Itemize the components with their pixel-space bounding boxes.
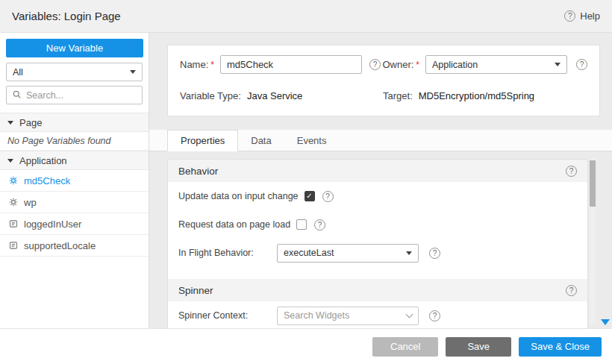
main-content: Name:* Owner:* Application Variable Type… <box>149 33 612 328</box>
tree-section-label: Application <box>19 155 67 166</box>
owner-label: Owner:* <box>382 59 419 70</box>
variable-type-value: Java Service <box>247 90 302 101</box>
help-icon[interactable] <box>566 285 577 296</box>
cancel-button[interactable]: Cancel <box>372 337 438 357</box>
new-variable-button[interactable]: New Variable <box>6 39 143 57</box>
chevron-down-icon <box>555 63 561 66</box>
caret-down-icon <box>7 159 13 163</box>
help-button[interactable]: Help <box>564 10 600 22</box>
required-marker: * <box>210 60 214 70</box>
help-label: Help <box>580 10 600 22</box>
model-variable-icon <box>9 219 18 228</box>
dialog-footer: Cancel Save Save & Close <box>0 328 612 364</box>
tree-section-label: Page <box>19 117 42 128</box>
update-data-label: Update data on input change <box>178 191 299 201</box>
help-icon[interactable] <box>369 59 381 70</box>
help-icon <box>564 10 575 22</box>
tab-bar: Properties Data Events <box>149 130 612 151</box>
owner-value: Application <box>432 60 478 70</box>
service-variable-icon <box>9 176 18 185</box>
variable-item-loggedInUser[interactable]: loggedInUser <box>0 213 149 235</box>
save-button[interactable]: Save <box>446 337 511 357</box>
model-variable-icon <box>9 241 18 250</box>
owner-select[interactable]: Application <box>425 55 567 74</box>
tab-data[interactable]: Data <box>238 130 284 151</box>
behavior-section-header: Behavior <box>168 160 587 182</box>
empty-page-variables-message: No Page Variables found <box>0 132 149 151</box>
request-data-label: Request data on page load <box>178 219 290 230</box>
variable-scope-value: All <box>13 67 23 78</box>
service-variable-icon <box>9 198 18 207</box>
dialog-header: Variables: Login Page Help <box>0 0 612 33</box>
variable-item-supportedLocale[interactable]: supportedLocale <box>0 235 149 257</box>
request-data-checkbox[interactable] <box>296 219 307 230</box>
search-icon <box>12 89 22 102</box>
variable-type-label: Variable Type: <box>180 90 241 101</box>
variable-item-wp[interactable]: wp <box>0 192 149 213</box>
target-label: Target: <box>383 90 413 101</box>
spinner-context-combobox[interactable]: Search Widgets <box>277 307 419 325</box>
save-and-close-button[interactable]: Save & Close <box>519 337 602 357</box>
properties-panel: Behavior Update data on input change Req… <box>167 159 588 328</box>
scroll-down-icon[interactable] <box>601 319 610 325</box>
spinner-context-placeholder: Search Widgets <box>284 310 349 321</box>
tab-properties[interactable]: Properties <box>167 130 238 151</box>
tab-events[interactable]: Events <box>284 130 340 151</box>
tree-section-page[interactable]: Page <box>0 113 149 132</box>
vertical-scrollbar[interactable] <box>590 159 596 324</box>
required-marker: * <box>416 60 419 70</box>
target-value: MD5Encryption/md5Spring <box>419 90 534 101</box>
name-input[interactable] <box>220 55 362 74</box>
spinner-context-row: Spinner Context: Search Widgets <box>168 301 587 328</box>
chevron-down-icon <box>130 70 136 74</box>
in-flight-behavior-select[interactable]: executeLast <box>277 244 419 263</box>
update-data-row: Update data on input change <box>168 182 587 210</box>
variable-item-label: md5Check <box>24 175 70 186</box>
help-icon[interactable] <box>429 248 440 259</box>
scrollbar-thumb[interactable] <box>590 160 596 207</box>
variable-item-label: supportedLocale <box>24 240 96 251</box>
help-icon[interactable] <box>322 191 334 202</box>
in-flight-behavior-row: In Flight Behavior: executeLast <box>168 239 587 267</box>
help-icon[interactable] <box>429 310 440 321</box>
chevron-down-icon <box>406 251 412 255</box>
help-icon[interactable] <box>566 166 577 177</box>
tree-section-application[interactable]: Application <box>0 151 149 170</box>
update-data-checkbox[interactable] <box>305 191 315 201</box>
variable-scope-select[interactable]: All <box>6 63 143 81</box>
properties-tab-content: Behavior Update data on input change Req… <box>149 151 612 328</box>
chevron-down-icon <box>406 310 413 318</box>
variables-sidebar: New Variable All Page No Page Variables … <box>0 33 149 328</box>
variable-item-label: wp <box>24 197 37 208</box>
help-icon[interactable] <box>576 59 587 70</box>
behavior-section-title: Behavior <box>178 166 218 177</box>
name-label: Name:* <box>180 59 214 70</box>
spinner-section-title: Spinner <box>178 285 213 296</box>
in-flight-behavior-label: In Flight Behavior: <box>178 248 277 258</box>
caret-down-icon <box>7 121 13 125</box>
in-flight-behavior-value: executeLast <box>284 248 334 258</box>
variable-summary-form: Name:* Owner:* Application Variable Type… <box>167 45 600 116</box>
search-box <box>6 86 143 104</box>
variable-item-label: loggedInUser <box>24 219 81 230</box>
help-icon[interactable] <box>314 219 325 230</box>
spinner-context-label: Spinner Context: <box>178 310 277 321</box>
variable-item-md5Check[interactable]: md5Check <box>0 170 149 192</box>
search-input[interactable] <box>26 90 137 101</box>
page-title: Variables: Login Page <box>12 10 121 22</box>
spinner-section-header: Spinner <box>168 279 587 301</box>
request-data-row: Request data on page load <box>168 210 587 239</box>
